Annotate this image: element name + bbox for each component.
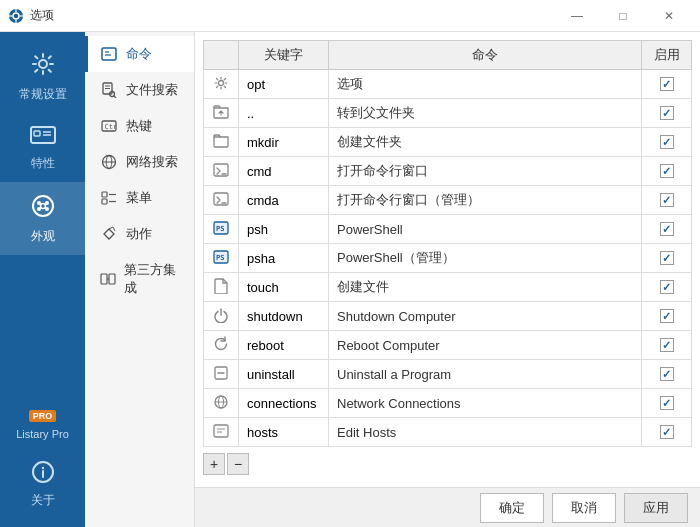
enabled-cell[interactable] xyxy=(642,360,692,389)
icon-header xyxy=(204,41,239,70)
keyword-cell: shutdown xyxy=(239,302,329,331)
table-row[interactable]: cmd 打开命令行窗口 xyxy=(204,157,692,186)
command-cell: 转到父文件夹 xyxy=(329,99,642,128)
nav-label-web-search: 网络搜索 xyxy=(126,153,178,171)
keyword-cell: .. xyxy=(239,99,329,128)
svg-rect-33 xyxy=(102,192,107,197)
enabled-cell[interactable] xyxy=(642,215,692,244)
enabled-checkbox[interactable] xyxy=(660,135,674,149)
apply-button[interactable]: 应用 xyxy=(624,493,688,523)
table-row[interactable]: opt 选项 xyxy=(204,70,692,99)
svg-point-40 xyxy=(219,81,224,86)
enabled-cell[interactable] xyxy=(642,157,692,186)
add-command-button[interactable]: + xyxy=(203,453,225,475)
title-controls: — □ ✕ xyxy=(554,0,692,32)
enabled-checkbox[interactable] xyxy=(660,193,674,207)
row-icon-cell xyxy=(204,70,239,99)
sidebar-item-appearance[interactable]: 外观 xyxy=(0,182,85,255)
enabled-checkbox[interactable] xyxy=(660,280,674,294)
maximize-button[interactable]: □ xyxy=(600,0,646,32)
enabled-checkbox[interactable] xyxy=(660,222,674,236)
enabled-checkbox[interactable] xyxy=(660,338,674,352)
enabled-cell[interactable] xyxy=(642,418,692,447)
sidebar-item-general[interactable]: 常规设置 xyxy=(0,40,85,113)
nav-item-web-search[interactable]: 网络搜索 xyxy=(85,144,194,180)
table-row[interactable]: connections Network Connections xyxy=(204,389,692,418)
info-icon xyxy=(31,460,55,488)
nav-item-hotkeys[interactable]: Ctrl 热键 xyxy=(85,108,194,144)
row-icon-cell: PS xyxy=(204,244,239,273)
table-row[interactable]: cmda 打开命令行窗口（管理） xyxy=(204,186,692,215)
commands-icon xyxy=(100,45,118,63)
keyword-cell: reboot xyxy=(239,331,329,360)
enabled-cell[interactable] xyxy=(642,244,692,273)
gear-icon xyxy=(29,50,57,82)
nav-item-actions[interactable]: 动作 xyxy=(85,216,194,252)
about-label: 关于 xyxy=(31,492,55,509)
nav-item-file-search[interactable]: 文件搜索 xyxy=(85,72,194,108)
enabled-checkbox[interactable] xyxy=(660,164,674,178)
row-type-icon xyxy=(212,277,230,295)
keyword-cell: psh xyxy=(239,215,329,244)
enabled-cell[interactable] xyxy=(642,331,692,360)
sidebar-item-about[interactable]: 关于 xyxy=(0,450,85,519)
table-row[interactable]: .. 转到父文件夹 xyxy=(204,99,692,128)
confirm-button[interactable]: 确定 xyxy=(480,493,544,523)
row-type-icon: PS xyxy=(212,219,230,237)
sidebar-label-general: 常规设置 xyxy=(19,86,67,103)
enabled-checkbox[interactable] xyxy=(660,309,674,323)
table-row[interactable]: PS psha PowerShell（管理） xyxy=(204,244,692,273)
svg-point-19 xyxy=(41,467,43,469)
enabled-checkbox[interactable] xyxy=(660,106,674,120)
enabled-checkbox[interactable] xyxy=(660,251,674,265)
row-icon-cell xyxy=(204,186,239,215)
enabled-cell[interactable] xyxy=(642,302,692,331)
row-type-icon: PS xyxy=(212,248,230,266)
nav-item-commands[interactable]: 命令 xyxy=(85,36,194,72)
table-row[interactable]: reboot Reboot Computer xyxy=(204,331,692,360)
row-type-icon xyxy=(212,364,230,382)
enabled-checkbox[interactable] xyxy=(660,425,674,439)
hotkeys-icon: Ctrl xyxy=(100,117,118,135)
cancel-button[interactable]: 取消 xyxy=(552,493,616,523)
table-row[interactable]: PS psh PowerShell xyxy=(204,215,692,244)
sidebar-item-listary[interactable]: PRO Listary Pro xyxy=(0,400,85,450)
svg-text:Ctrl: Ctrl xyxy=(105,123,118,131)
command-cell: 选项 xyxy=(329,70,642,99)
row-type-icon xyxy=(212,335,230,353)
table-row[interactable]: touch 创建文件 xyxy=(204,273,692,302)
table-row[interactable]: mkdir 创建文件夹 xyxy=(204,128,692,157)
enabled-cell[interactable] xyxy=(642,70,692,99)
keyword-cell: cmd xyxy=(239,157,329,186)
nav-item-third-party[interactable]: 第三方集成 xyxy=(85,252,194,306)
enabled-cell[interactable] xyxy=(642,128,692,157)
keyword-cell: psha xyxy=(239,244,329,273)
row-icon-cell xyxy=(204,157,239,186)
keyword-cell: cmda xyxy=(239,186,329,215)
svg-point-11 xyxy=(33,196,53,216)
nav-item-menus[interactable]: 菜单 xyxy=(85,180,194,216)
command-header: 命令 xyxy=(329,41,642,70)
remove-command-button[interactable]: − xyxy=(227,453,249,475)
minimize-button[interactable]: — xyxy=(554,0,600,32)
table-row[interactable]: hosts Edit Hosts xyxy=(204,418,692,447)
nav-label-third-party: 第三方集成 xyxy=(124,261,182,297)
enabled-cell[interactable] xyxy=(642,273,692,302)
enabled-checkbox[interactable] xyxy=(660,396,674,410)
enabled-checkbox[interactable] xyxy=(660,77,674,91)
enabled-cell[interactable] xyxy=(642,99,692,128)
enabled-checkbox[interactable] xyxy=(660,367,674,381)
row-icon-cell xyxy=(204,418,239,447)
table-row[interactable]: shutdown Shutdown Computer xyxy=(204,302,692,331)
sidebar-item-features[interactable]: 特性 xyxy=(0,113,85,182)
table-row[interactable]: uninstall Uninstall a Program xyxy=(204,360,692,389)
enabled-cell[interactable] xyxy=(642,389,692,418)
svg-rect-8 xyxy=(34,131,40,136)
svg-point-6 xyxy=(39,60,47,68)
row-icon-cell xyxy=(204,99,239,128)
close-button[interactable]: ✕ xyxy=(646,0,692,32)
app-name-label: Listary Pro xyxy=(16,428,69,440)
row-type-icon xyxy=(212,132,230,150)
row-icon-cell: PS xyxy=(204,215,239,244)
enabled-cell[interactable] xyxy=(642,186,692,215)
